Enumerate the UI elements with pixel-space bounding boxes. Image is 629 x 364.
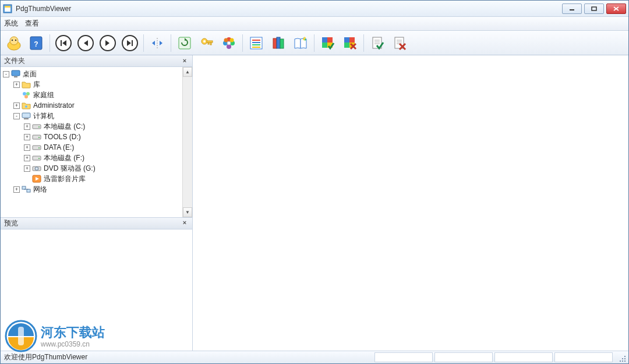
scroll-down-icon[interactable]: ▼ — [183, 207, 192, 217]
key-icon — [199, 36, 214, 51]
expand-toggle[interactable]: + — [13, 82, 20, 88]
list-button[interactable] — [246, 33, 266, 53]
doc-delete-button[interactable] — [390, 33, 409, 53]
collapse-toggle[interactable]: - — [3, 71, 9, 77]
tree-item[interactable]: 迅雷影音片库 — [1, 174, 182, 184]
tree-item[interactable]: +网络 — [1, 184, 182, 195]
tree-scrollbar[interactable]: ▲ ▼ — [182, 67, 192, 217]
collapse-toggle[interactable]: - — [13, 113, 20, 119]
svg-marker-19 — [152, 41, 155, 45]
svg-point-34 — [224, 38, 228, 43]
app-window: PdgThumbViewer 系统 查看 ? — [0, 0, 629, 364]
tree-item-label: 本地磁盘 (F:) — [44, 153, 84, 163]
toggle-spacer — [24, 176, 30, 182]
nav-last-button[interactable] — [120, 33, 140, 53]
tree-item[interactable]: +本地磁盘 (C:) — [1, 121, 182, 132]
book-open-button[interactable] — [291, 33, 310, 53]
maximize-button[interactable] — [584, 3, 604, 14]
puzzle-delete-button[interactable] — [340, 33, 360, 53]
toolbar-separator — [242, 34, 243, 52]
status-cell-1 — [374, 352, 433, 362]
expand-toggle[interactable]: + — [24, 165, 30, 172]
folder-tree[interactable]: -桌面+库家庭组+Administrator-计算机+本地磁盘 (C:)+TOO… — [1, 67, 182, 217]
scroll-up-icon[interactable]: ▲ — [183, 67, 192, 77]
expand-toggle[interactable]: + — [24, 123, 30, 130]
folder-tree-wrap: -桌面+库家庭组+Administrator-计算机+本地磁盘 (C:)+TOO… — [1, 67, 192, 218]
expand-toggle[interactable]: + — [13, 186, 20, 193]
svg-point-35 — [227, 41, 231, 45]
tree-item[interactable]: +Administrator — [1, 100, 182, 111]
tree-item[interactable]: +DATA (E:) — [1, 142, 182, 153]
body: 文件夹 × -桌面+库家庭组+Administrator-计算机+本地磁盘 (C… — [1, 55, 628, 351]
tree-item[interactable]: -桌面 — [1, 69, 182, 79]
svg-text:?: ? — [34, 40, 38, 48]
tree-item-label: DVD 驱动器 (G:) — [44, 164, 96, 174]
svg-point-8 — [10, 37, 18, 45]
refresh-button[interactable] — [175, 33, 195, 53]
preview-panel-header: 预览 × — [1, 218, 192, 229]
drive-icon — [32, 132, 41, 142]
toolbar-separator — [171, 34, 171, 52]
doc-check-button[interactable] — [367, 33, 387, 53]
statusbar: 欢迎使用PdgThumbViewer — [1, 351, 628, 363]
svg-rect-49 — [344, 37, 349, 43]
color-button[interactable] — [219, 33, 239, 53]
svg-rect-45 — [322, 37, 327, 43]
svg-rect-91 — [622, 358, 623, 359]
folders-panel-close[interactable]: × — [181, 57, 189, 65]
svg-rect-41 — [273, 38, 277, 48]
compress-icon — [150, 36, 165, 51]
expand-toggle[interactable]: + — [24, 155, 30, 161]
svg-rect-93 — [622, 361, 623, 362]
folders-panel-header: 文件夹 × — [1, 55, 192, 67]
svg-rect-92 — [624, 361, 626, 362]
preview-panel-close[interactable]: × — [181, 219, 189, 227]
minimize-button[interactable] — [562, 3, 582, 14]
svg-point-67 — [23, 92, 26, 96]
svg-rect-86 — [22, 186, 26, 189]
expand-toggle[interactable]: + — [24, 134, 30, 140]
help-button[interactable]: ? — [26, 33, 46, 53]
toolbar-separator — [363, 34, 364, 52]
svg-point-10 — [15, 40, 16, 41]
drive-icon — [32, 143, 41, 152]
svg-point-76 — [38, 137, 40, 138]
tree-item[interactable]: +TOOLS (D:) — [1, 132, 182, 142]
menu-view[interactable]: 查看 — [25, 19, 39, 29]
tree-item-label: 网络 — [33, 185, 47, 195]
tree-item[interactable]: +库 — [1, 79, 182, 90]
scroll-track[interactable] — [183, 77, 192, 207]
key-button[interactable] — [197, 33, 217, 53]
tree-item-label: 家庭组 — [33, 90, 54, 100]
tree-item[interactable]: -计算机 — [1, 111, 182, 121]
window-controls — [562, 3, 626, 14]
svg-rect-65 — [12, 70, 20, 76]
tree-item[interactable]: +DVD 驱动器 (G:) — [1, 163, 182, 174]
tree-item[interactable]: 家庭组 — [1, 90, 182, 100]
menu-system[interactable]: 系统 — [4, 19, 18, 29]
expand-toggle[interactable]: + — [24, 144, 30, 151]
resize-grip-icon[interactable] — [616, 352, 627, 363]
close-button[interactable] — [606, 3, 626, 14]
main-view — [193, 55, 628, 351]
tree-item[interactable]: +本地磁盘 (F:) — [1, 153, 182, 163]
user-button[interactable] — [4, 33, 24, 53]
puzzle-check-button[interactable] — [318, 33, 338, 53]
preview-pane — [1, 229, 192, 351]
svg-point-80 — [38, 158, 40, 159]
books-button[interactable] — [268, 33, 288, 53]
toolbar: ? — [1, 31, 628, 55]
folder-icon — [22, 80, 31, 89]
svg-rect-72 — [24, 118, 29, 119]
nav-prev-button[interactable] — [76, 33, 96, 53]
nav-first-button[interactable] — [54, 33, 73, 53]
svg-rect-87 — [27, 189, 30, 192]
compress-button[interactable] — [147, 33, 167, 53]
expand-toggle[interactable]: + — [13, 103, 20, 109]
nav-next-button[interactable] — [98, 33, 118, 53]
puzzle-delete-icon — [342, 36, 358, 51]
svg-rect-47 — [322, 43, 327, 48]
media-icon — [32, 174, 41, 183]
svg-point-33 — [230, 38, 234, 43]
toolbar-separator — [143, 34, 144, 52]
